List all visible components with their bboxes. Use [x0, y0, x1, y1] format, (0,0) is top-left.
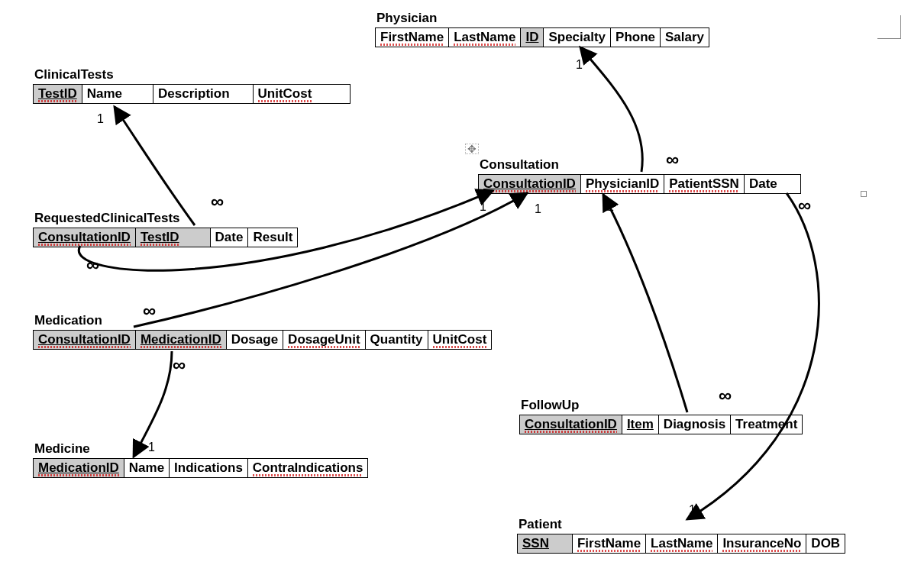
entity-name: Medication — [33, 313, 492, 328]
field-testid: TestID — [136, 228, 211, 247]
card-inf-cons-phys: ∞ — [666, 149, 679, 170]
card-inf-medication: ∞ — [143, 300, 156, 321]
card-inf-reqclin-cons: ∞ — [86, 254, 99, 276]
entity-physician: Physician FirstName LastName ID Specialt… — [375, 11, 709, 47]
field-specialty: Specialty — [544, 28, 611, 47]
field-dosage: Dosage — [227, 331, 283, 349]
field-unitcost: UnitCost — [254, 85, 351, 103]
card-1-physician: 1 — [576, 58, 583, 72]
fields-row: TestID Name Description UnitCost — [33, 84, 351, 104]
field-consultationid: ConsultationID — [34, 331, 136, 349]
card-1-cons-phys: 1 — [607, 200, 614, 214]
fields-row: MedicationID Name Indications ContraIndi… — [33, 458, 368, 478]
field-consultationid: ConsultationID — [479, 175, 581, 193]
entity-name: FollowUp — [519, 398, 803, 413]
card-inf-followup: ∞ — [719, 385, 732, 406]
entity-followup: FollowUp ConsultationID Item Diagnosis T… — [519, 398, 803, 434]
field-description: Description — [153, 85, 254, 103]
fields-row: ConsultationID Item Diagnosis Treatment — [519, 415, 803, 434]
field-indications: Indications — [170, 459, 248, 477]
field-date: Date — [745, 175, 800, 193]
field-name: Name — [124, 459, 170, 477]
field-patientssn: PatientSSN — [664, 175, 745, 193]
card-1-clinicaltests: 1 — [97, 112, 104, 126]
entity-clinicaltests: ClinicalTests TestID Name Description Un… — [33, 67, 351, 104]
field-date: Date — [211, 228, 249, 247]
entity-medication: Medication ConsultationID MedicationID D… — [33, 313, 492, 350]
field-ssn: SSN — [518, 534, 573, 553]
field-physicianid: PhysicianID — [581, 175, 664, 193]
fields-row: ConsultationID PhysicianID PatientSSN Da… — [478, 174, 801, 194]
field-medicationid: MedicationID — [136, 331, 227, 349]
fields-row: FirstName LastName ID Specialty Phone Sa… — [375, 27, 709, 47]
field-salary: Salary — [661, 28, 709, 47]
field-lastname: LastName — [646, 534, 718, 553]
card-inf-medicine: ∞ — [173, 354, 186, 376]
field-insuranceno: InsuranceNo — [718, 534, 806, 553]
entity-name: ClinicalTests — [33, 67, 351, 82]
fields-row: ConsultationID MedicationID Dosage Dosag… — [33, 330, 492, 350]
entity-name: Patient — [517, 517, 845, 532]
field-unitcost: UnitCost — [428, 331, 492, 349]
card-inf-reqclin: ∞ — [211, 191, 224, 212]
field-medicationid: MedicationID — [34, 459, 124, 477]
field-name: Name — [82, 85, 153, 103]
field-consultationid: ConsultationID — [520, 415, 622, 434]
card-1-patient: 1 — [689, 503, 696, 517]
entity-name: Consultation — [478, 157, 801, 173]
field-contraindications: ContraIndications — [248, 459, 368, 477]
entity-requestedclinicaltests: RequestedClinicalTests ConsultationID Te… — [33, 211, 298, 247]
card-inf-patient: ∞ — [798, 195, 811, 216]
field-id: ID — [521, 28, 544, 47]
entity-name: Physician — [375, 11, 709, 26]
card-1-consultation-left: 1 — [480, 200, 486, 214]
resize-handle-icon[interactable] — [861, 191, 867, 197]
page-corner-mark — [877, 15, 901, 39]
entity-name: Medicine — [33, 441, 368, 457]
fields-row: ConsultationID TestID Date Result — [33, 228, 298, 247]
field-lastname: LastName — [449, 28, 521, 47]
field-result: Result — [248, 228, 297, 247]
fields-row: SSN FirstName LastName InsuranceNo DOB — [517, 534, 845, 554]
field-firstname: FirstName — [573, 534, 646, 553]
entity-patient: Patient SSN FirstName LastName Insurance… — [517, 517, 845, 554]
field-diagnosis: Diagnosis — [659, 415, 731, 434]
card-1-consultation-med: 1 — [535, 202, 541, 216]
entity-medicine: Medicine MedicationID Name Indications C… — [33, 441, 368, 478]
field-phone: Phone — [611, 28, 661, 47]
field-testid: TestID — [34, 85, 82, 103]
card-1-medicine: 1 — [148, 441, 155, 454]
entity-consultation: Consultation ConsultationID PhysicianID … — [478, 157, 801, 194]
field-treatment: Treatment — [731, 415, 802, 434]
field-firstname: FirstName — [376, 28, 449, 47]
field-dosageunit: DosageUnit — [283, 331, 365, 349]
entity-name: RequestedClinicalTests — [33, 211, 298, 226]
field-dob: DOB — [806, 534, 845, 553]
field-item: Item — [622, 415, 659, 434]
field-quantity: Quantity — [366, 331, 428, 349]
field-consultationid: ConsultationID — [34, 228, 136, 247]
move-handle-icon[interactable]: ✥ — [465, 144, 479, 154]
